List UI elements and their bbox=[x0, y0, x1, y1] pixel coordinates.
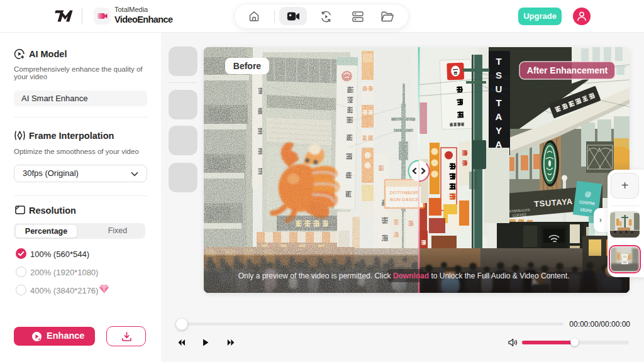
svg-text:@: @ bbox=[585, 190, 592, 198]
svg-text:Only a preview of the video is: Only a preview of the video is permitted… bbox=[238, 272, 570, 280]
svg-text:Y: Y bbox=[496, 125, 502, 136]
svg-text:Before: Before bbox=[233, 61, 262, 71]
svg-text:S: S bbox=[496, 70, 502, 80]
svg-text:After Enhancement: After Enhancement bbox=[527, 65, 608, 75]
svg-text:T: T bbox=[496, 56, 501, 67]
svg-text:T: T bbox=[496, 97, 501, 108]
svg-text:U: U bbox=[496, 84, 502, 94]
svg-text:A: A bbox=[496, 111, 502, 122]
